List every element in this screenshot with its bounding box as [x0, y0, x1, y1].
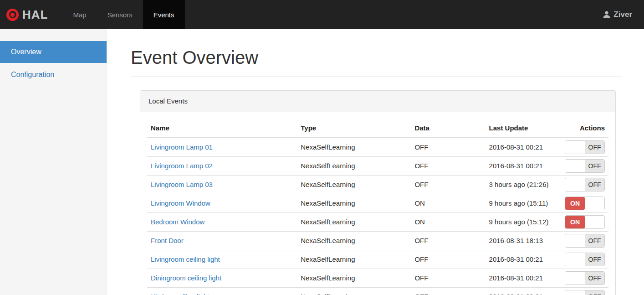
event-name-link[interactable]: Livingroom Lamp 03 — [151, 181, 213, 188]
event-last-update: 2016-08-31 18:13 — [486, 232, 561, 250]
event-last-update: 2016-08-31 00:21 — [486, 138, 561, 157]
table-row: Front Door NexaSelfLearning OFF 2016-08-… — [147, 232, 608, 250]
event-type: NexaSelfLearning — [297, 288, 411, 295]
event-type: NexaSelfLearning — [297, 138, 411, 157]
toggle-label: OFF — [585, 253, 604, 266]
top-navbar: HAL Map Sensors Events Ziver — [0, 0, 644, 29]
event-last-update: 9 hours ago (15:12) — [486, 213, 561, 232]
event-data: OFF — [411, 138, 485, 157]
events-table-body: Livingroom Lamp 01 NexaSelfLearning OFF … — [147, 138, 608, 295]
event-last-update: 2016-08-31 00:21 — [486, 288, 561, 295]
brand[interactable]: HAL — [0, 0, 55, 29]
toggle-handle — [565, 160, 585, 172]
toggle-label: OFF — [585, 160, 604, 172]
events-table: Name Type Data Last Update Actions Livin… — [147, 119, 608, 295]
event-name-link[interactable]: Livingroom ceiling light — [151, 255, 220, 263]
sidebar: Overview Configuration — [0, 29, 107, 295]
toggle-handle — [585, 197, 604, 210]
event-name-link[interactable]: Livingroom Lamp 01 — [151, 143, 213, 151]
toggle-label: ON — [565, 216, 585, 228]
main-nav: Map Sensors Events — [62, 0, 184, 29]
event-name-link[interactable]: Livingroom Window — [151, 199, 210, 207]
toggle-label: OFF — [585, 290, 604, 295]
table-row: Diningroom ceiling light NexaSelfLearnin… — [147, 269, 608, 288]
sidebar-item-overview[interactable]: Overview — [0, 41, 107, 63]
table-header-row: Name Type Data Last Update Actions — [147, 119, 608, 138]
event-name-link[interactable]: Bedroom Window — [151, 218, 204, 226]
toggle-label: OFF — [585, 178, 604, 191]
event-name-link[interactable]: Front Door — [151, 237, 184, 244]
event-toggle[interactable]: OFF — [565, 159, 605, 173]
local-events-panel: Local Events Name Type Data Last Update … — [140, 90, 616, 295]
col-header-data: Data — [411, 119, 485, 138]
toggle-label: OFF — [585, 141, 604, 154]
event-data: ON — [411, 194, 485, 213]
toggle-handle — [565, 234, 585, 247]
toggle-handle — [565, 290, 585, 295]
table-row: Bedroom Window NexaSelfLearning ON 9 hou… — [147, 213, 608, 232]
navbar-spacer — [185, 0, 603, 29]
toggle-handle — [565, 178, 585, 191]
toggle-label: OFF — [585, 234, 604, 247]
event-data: OFF — [411, 232, 485, 250]
event-type: NexaSelfLearning — [297, 157, 411, 176]
hal-logo-icon — [6, 9, 19, 21]
user-menu[interactable]: Ziver — [603, 0, 644, 29]
event-toggle[interactable]: OFF — [565, 140, 605, 154]
col-header-type: Type — [297, 119, 411, 138]
event-last-update: 2016-08-31 00:21 — [486, 269, 561, 288]
toggle-label: ON — [565, 197, 585, 210]
col-header-last-update: Last Update — [486, 119, 561, 138]
page-title: Event Overview — [131, 47, 623, 77]
col-header-actions: Actions — [561, 119, 608, 138]
event-last-update: 3 hours ago (21:26) — [486, 176, 561, 194]
event-type: NexaSelfLearning — [297, 250, 411, 269]
event-toggle[interactable]: ON — [565, 215, 605, 229]
event-toggle[interactable]: OFF — [565, 271, 605, 285]
event-type: NexaSelfLearning — [297, 176, 411, 194]
toggle-label: OFF — [585, 272, 604, 285]
event-name-link[interactable]: Diningroom ceiling light — [151, 274, 221, 282]
page-layout: Overview Configuration Event Overview Lo… — [0, 29, 644, 295]
panel-body: Name Type Data Last Update Actions Livin… — [140, 112, 615, 295]
event-toggle[interactable]: OFF — [565, 253, 605, 266]
nav-item-events[interactable]: Events — [143, 0, 185, 29]
event-toggle[interactable]: ON — [565, 197, 605, 210]
user-icon — [603, 10, 611, 19]
brand-label: HAL — [22, 8, 48, 22]
event-type: NexaSelfLearning — [297, 232, 411, 250]
event-name-link[interactable]: Livingroom Lamp 02 — [151, 162, 213, 170]
panel-title: Local Events — [140, 91, 615, 112]
user-name: Ziver — [613, 10, 632, 19]
event-toggle[interactable]: OFF — [565, 234, 605, 248]
event-type: NexaSelfLearning — [297, 269, 411, 288]
event-data: ON — [411, 213, 485, 232]
col-header-name: Name — [147, 119, 297, 138]
event-type: NexaSelfLearning — [297, 194, 411, 213]
table-row: Livingroom Window NexaSelfLearning ON 9 … — [147, 194, 608, 213]
table-row: Livingroom Lamp 01 NexaSelfLearning OFF … — [147, 138, 608, 157]
event-data: OFF — [411, 250, 485, 269]
event-last-update: 2016-08-31 00:21 — [486, 250, 561, 269]
sidebar-item-configuration[interactable]: Configuration — [0, 64, 107, 86]
event-name-link[interactable]: Kitchen ceiling light — [151, 293, 209, 295]
table-row: Livingroom ceiling light NexaSelfLearnin… — [147, 250, 608, 269]
toggle-handle — [585, 216, 604, 228]
table-row: Kitchen ceiling light NexaSelfLearning O… — [147, 288, 608, 295]
event-last-update: 9 hours ago (15:11) — [486, 194, 561, 213]
table-row: Livingroom Lamp 03 NexaSelfLearning OFF … — [147, 176, 608, 194]
event-toggle[interactable]: OFF — [565, 178, 605, 191]
event-data: OFF — [411, 157, 485, 176]
nav-item-map[interactable]: Map — [62, 0, 97, 29]
nav-item-sensors[interactable]: Sensors — [97, 0, 143, 29]
table-row: Livingroom Lamp 02 NexaSelfLearning OFF … — [147, 157, 608, 176]
toggle-handle — [565, 272, 585, 285]
main-content: Event Overview Local Events Name Type Da… — [107, 29, 644, 295]
event-data: OFF — [411, 269, 485, 288]
event-last-update: 2016-08-31 00:21 — [486, 157, 561, 176]
event-toggle[interactable]: OFF — [565, 290, 605, 295]
toggle-handle — [565, 253, 585, 266]
event-type: NexaSelfLearning — [297, 213, 411, 232]
toggle-handle — [565, 141, 585, 154]
event-data: OFF — [411, 176, 485, 194]
